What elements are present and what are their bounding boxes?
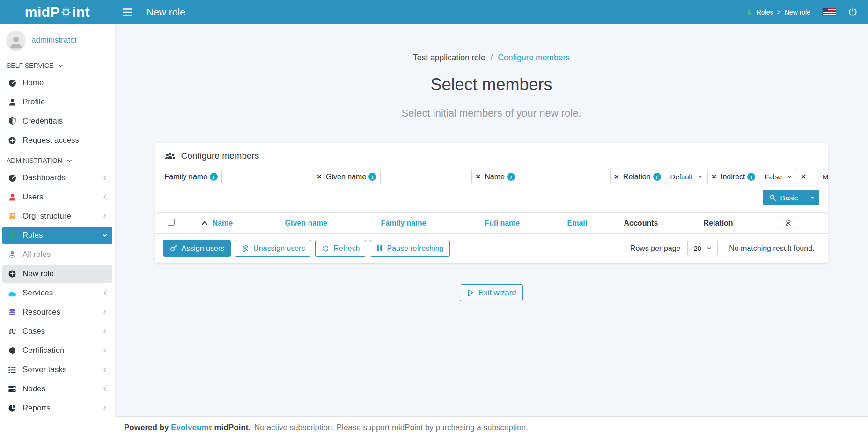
sidebar-section-self-service[interactable]: SELF SERVICE — [0, 56, 115, 73]
sidebar-item-label: Home — [22, 78, 44, 88]
table-actions-row: Assign users Unassign users Refresh Paus… — [155, 234, 828, 263]
sidebar-item-nodes[interactable]: Nodes — [2, 380, 112, 398]
chevron-left-icon — [102, 367, 108, 373]
filter-given-name: Given name i × — [326, 169, 485, 184]
sort-asc-icon[interactable] — [201, 220, 208, 226]
section-label: SELF SERVICE — [7, 62, 53, 69]
info-icon: i — [507, 173, 515, 181]
building-icon — [7, 212, 17, 220]
unlink-icon — [785, 220, 792, 227]
sidebar-section-administration[interactable]: ADMINISTRATION — [0, 151, 115, 168]
sidebar-item-profile[interactable]: Profile — [2, 93, 112, 111]
rows-per-page-select[interactable]: 20 — [687, 241, 718, 256]
sidebar-item-label: Credentials — [22, 117, 63, 126]
chevron-down-icon — [66, 158, 73, 164]
sidebar-item-label: New role — [22, 269, 54, 278]
sidebar-item-all-roles[interactable]: All roles — [2, 246, 112, 263]
clear-family-name-button[interactable]: × — [313, 173, 326, 181]
sidebar-item-certification[interactable]: Certification — [2, 342, 112, 359]
sidebar-item-label: Roles — [22, 231, 43, 240]
sidebar-item-home[interactable]: Home — [2, 74, 112, 92]
family-name-input[interactable] — [221, 169, 313, 184]
sidebar-item-org-structure[interactable]: Org. structure — [2, 207, 112, 225]
card-header-title: Configure members — [181, 151, 259, 161]
select-all-checkbox[interactable] — [168, 219, 175, 226]
more-filters-label: More... — [823, 173, 827, 181]
column-header-family-name[interactable]: Family name — [381, 219, 485, 227]
sidebar-item-label: Users — [22, 192, 43, 202]
sidebar-item-server-tasks[interactable]: Server tasks — [2, 361, 112, 379]
sidebar-item-credentials[interactable]: Credentials — [2, 112, 112, 130]
chevron-left-icon — [102, 194, 108, 200]
roles-icon — [7, 231, 17, 240]
pause-refreshing-button[interactable]: Pause refreshing — [370, 240, 450, 257]
midpoint-logo[interactable]: midP int — [0, 0, 115, 24]
breadcrumb-roles-link[interactable]: Roles — [757, 8, 773, 16]
unlink-all-button[interactable] — [781, 217, 795, 229]
sidebar-item-label: Server tasks — [22, 365, 66, 374]
sidebar-item-dashboards[interactable]: Dashboards — [2, 169, 112, 187]
given-name-input[interactable] — [380, 169, 472, 184]
basic-search-main[interactable]: Basic — [763, 190, 805, 205]
sidebar-item-cases[interactable]: Cases — [2, 322, 112, 340]
breadcrumb-new-role-link[interactable]: New role — [785, 8, 810, 16]
clear-indirect-button[interactable]: × — [797, 173, 810, 181]
sidebar-toggle-button[interactable] — [115, 0, 140, 24]
column-header-full-name[interactable]: Full name — [485, 219, 567, 227]
database-icon — [7, 308, 17, 316]
refresh-button[interactable]: Refresh — [315, 240, 366, 257]
sidebar: administrator SELF SERVICE Home Profile … — [0, 24, 115, 439]
chevron-left-icon — [102, 386, 108, 392]
assign-users-button[interactable]: Assign users — [163, 240, 231, 257]
column-header-given-name[interactable]: Given name — [285, 219, 381, 227]
logout-power-icon[interactable] — [848, 7, 858, 17]
sidebar-item-label: Dashboards — [22, 173, 66, 183]
filter-family-name: Family name i × — [165, 169, 326, 184]
name-label: Name — [485, 173, 505, 181]
sidebar-item-reports[interactable]: Reports — [2, 399, 112, 417]
indirect-select[interactable]: False — [759, 169, 797, 184]
sidebar-item-users[interactable]: Users — [2, 188, 112, 206]
basic-search-button[interactable]: Basic — [763, 190, 819, 205]
refresh-icon — [322, 245, 329, 252]
sidebar-item-label: Services — [22, 288, 53, 298]
sidebar-item-request-access[interactable]: Request access — [2, 132, 112, 149]
sidebar-item-resources[interactable]: Resources — [2, 303, 112, 321]
configure-members-card: Configure members Family name i × Given … — [155, 143, 828, 263]
cloud-icon — [7, 290, 17, 297]
more-filters-button[interactable]: More... — [817, 169, 827, 184]
unassign-users-label: Unassign users — [253, 244, 305, 253]
footer: Powered by Evolveum® midPoint. No active… — [115, 416, 868, 439]
exit-wizard-button[interactable]: Exit wizard — [460, 284, 523, 301]
unassign-users-button[interactable]: Unassign users — [235, 240, 311, 257]
chevron-down-icon — [706, 246, 712, 251]
relation-select[interactable]: Default — [665, 169, 708, 184]
language-flag-us[interactable] — [823, 8, 836, 15]
sidebar-username-link[interactable]: administrator — [31, 36, 77, 45]
footer-reg-mark: ® — [208, 425, 212, 431]
clear-name-button[interactable]: × — [611, 173, 623, 181]
role-icon — [746, 8, 753, 15]
sidebar-item-label: Reports — [22, 403, 51, 413]
footer-evolveum-link[interactable]: Evolveum — [171, 423, 208, 432]
members-table-header: Name Given name Family name Full name Em… — [155, 212, 828, 234]
sidebar-item-label: Certification — [22, 346, 65, 355]
family-name-label: Family name — [165, 173, 208, 181]
chevron-left-icon — [102, 175, 108, 181]
column-header-name[interactable]: Name — [213, 219, 233, 227]
column-header-email[interactable]: Email — [567, 219, 624, 227]
basic-search-dropdown-toggle[interactable] — [805, 190, 819, 205]
shield-icon — [7, 117, 17, 125]
logo-text-pre: midP — [25, 4, 60, 20]
sidebar-item-services[interactable]: Services — [2, 284, 112, 302]
clear-given-name-button[interactable]: × — [472, 173, 485, 181]
name-input[interactable] — [519, 169, 611, 184]
info-icon: i — [747, 173, 755, 181]
relation-select-value: Default — [670, 173, 693, 181]
sidebar-item-roles[interactable]: Roles — [2, 227, 112, 244]
wizard-breadcrumb-current-link[interactable]: Configure members — [498, 53, 570, 62]
tasks-list-icon — [7, 366, 17, 373]
sidebar-item-new-role[interactable]: New role — [2, 265, 112, 283]
clear-relation-button[interactable]: × — [708, 173, 721, 181]
wizard-breadcrumb-parent: Test application role — [413, 53, 485, 62]
